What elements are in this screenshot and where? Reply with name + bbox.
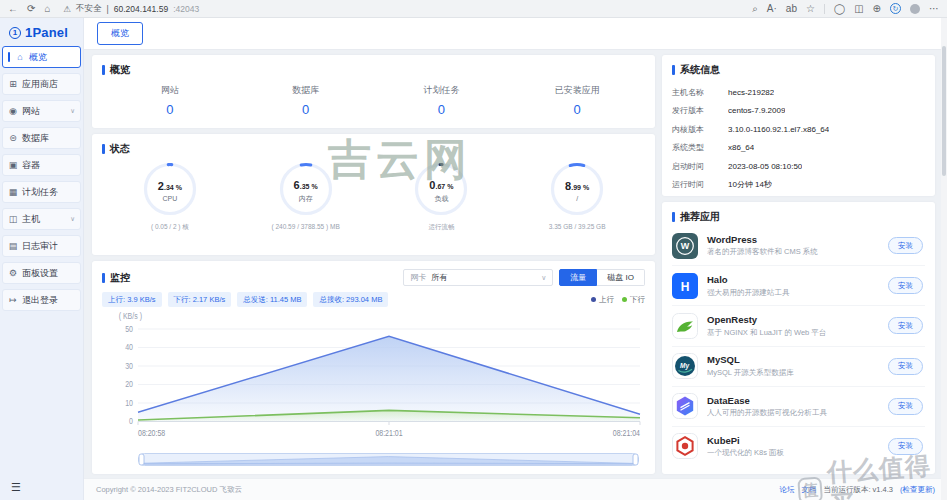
- chevron-down-icon: ∨: [70, 107, 75, 115]
- app-name[interactable]: WordPress: [707, 234, 879, 245]
- svg-text:H: H: [681, 279, 690, 293]
- home-icon[interactable]: ⌂: [44, 4, 50, 14]
- nic-select-value: 所有: [431, 272, 447, 283]
- install-button[interactable]: 安装: [888, 358, 923, 375]
- gauge-detail: 运行流畅: [428, 223, 454, 232]
- sidebar-item-logout[interactable]: ↦ 退出登录: [2, 289, 81, 311]
- appstore-icon: ⊞: [8, 79, 18, 89]
- app-name[interactable]: KubePi: [707, 435, 879, 446]
- tab-overview[interactable]: 概览: [97, 22, 143, 45]
- sidebar-item-label: 退出登录: [22, 294, 58, 307]
- back-icon[interactable]: ←: [8, 4, 18, 14]
- sidebar-item-database[interactable]: ⊜ 数据库: [2, 127, 81, 149]
- page-scrollbar[interactable]: [941, 18, 947, 500]
- app-name[interactable]: Halo: [707, 274, 879, 285]
- legend-item-上行[interactable]: 上行: [591, 295, 614, 305]
- sidebar-item-appstore[interactable]: ⊞ 应用商店: [2, 73, 81, 95]
- legend-dot-icon: [591, 297, 596, 302]
- browser-update-icon[interactable]: ↻: [890, 3, 901, 14]
- traffic-chip: 总接收: 293.04 MB: [313, 292, 388, 307]
- overview-stat: 已安装应用 0: [509, 84, 645, 117]
- monitor-title: 监控: [102, 271, 130, 285]
- system-info-row: 内核版本 3.10.0-1160.92.1.el7.x86_64: [672, 120, 925, 139]
- system-info-label: 发行版本: [672, 105, 728, 116]
- extension-icon[interactable]: ◯: [834, 4, 845, 14]
- app-description: MySQL 开源关系型数据库: [707, 368, 879, 378]
- legend-item-下行[interactable]: 下行: [622, 295, 645, 305]
- favorites-star-icon[interactable]: ☆: [806, 4, 815, 14]
- split-screen-icon[interactable]: ◫: [854, 4, 863, 14]
- svg-text:30: 30: [125, 361, 133, 371]
- svg-text:20: 20: [125, 380, 133, 390]
- svg-text:( KB/s ): ( KB/s ): [119, 312, 143, 322]
- logout-icon: ↦: [8, 295, 18, 305]
- nic-select[interactable]: 网卡 所有 ∨: [403, 269, 553, 286]
- gauge-value: 6.35 %: [294, 175, 318, 193]
- sidebar-item-host[interactable]: ◫ 主机 ∨: [2, 208, 81, 230]
- install-button[interactable]: 安装: [888, 438, 923, 455]
- install-button[interactable]: 安装: [888, 277, 923, 294]
- view-button-流量[interactable]: 流量: [559, 269, 597, 286]
- traffic-chart: 01020304050( KB/s )08:20:5808:21:0108:21…: [102, 310, 645, 450]
- footer-link-论坛[interactable]: 论坛: [779, 485, 794, 495]
- sidebar-collapse-icon[interactable]: ☰: [2, 479, 81, 496]
- svg-text:08:21:04: 08:21:04: [613, 428, 641, 438]
- chart-legend: 上行 下行: [591, 295, 645, 305]
- svg-text:08:21:01: 08:21:01: [375, 428, 402, 438]
- system-info-label: 运行时间: [672, 179, 728, 190]
- system-info-value: centos-7.9.2009: [728, 106, 785, 115]
- stat-value[interactable]: 0: [509, 102, 645, 117]
- find-icon[interactable]: ⌕: [752, 4, 758, 14]
- address-bar[interactable]: ⚠ 不安全 | 60.204.141.59:42043: [63, 3, 199, 15]
- overview-stat: 计划任务 0: [374, 84, 510, 117]
- sidebar-item-logs[interactable]: ▤ 日志审计: [2, 235, 81, 257]
- install-button[interactable]: 安装: [888, 317, 923, 334]
- stat-label: 数据库: [238, 84, 374, 97]
- sidebar: 1 1Panel ⌂ 概览 ⊞ 应用商店 ◉ 网站 ∨ ⊜ 数据库 ▣ 容器 ▦…: [0, 18, 84, 500]
- system-info-value: hecs-219282: [728, 88, 774, 97]
- sidebar-item-cronjob[interactable]: ▦ 计划任务: [2, 181, 81, 203]
- stat-label: 计划任务: [374, 84, 510, 97]
- footer: Copyright © 2014-2023 FIT2CLOUD 飞致云 论坛文档…: [84, 478, 947, 500]
- install-button[interactable]: 安装: [888, 398, 923, 415]
- app-name[interactable]: MySQL: [707, 354, 879, 365]
- scrollbar-thumb[interactable]: [942, 46, 946, 176]
- sidebar-item-label: 应用商店: [22, 78, 58, 91]
- sidebar-item-container[interactable]: ▣ 容器: [2, 154, 81, 176]
- warning-icon: ⚠: [63, 4, 71, 14]
- sidebar-item-label: 面板设置: [22, 267, 58, 280]
- 1panel-logo-icon: 1: [9, 27, 21, 39]
- app-name[interactable]: DataEase: [707, 395, 879, 406]
- stat-value[interactable]: 0: [238, 102, 374, 117]
- browser-toolbar: ← ⟳ ⌂ ⚠ 不安全 | 60.204.141.59:42043 ⌕ A· a…: [0, 0, 947, 18]
- svg-text:W: W: [681, 241, 690, 251]
- stat-value[interactable]: 0: [102, 102, 238, 117]
- app-logo[interactable]: 1 1Panel: [2, 21, 81, 46]
- check-update-link[interactable]: (检查更新): [900, 485, 935, 495]
- profile-avatar[interactable]: [910, 4, 920, 14]
- reload-icon[interactable]: ⟳: [27, 4, 35, 14]
- main-area: 概览 概览 网站 0 数据库 0 计划任务 0 已安装应用 0 状态: [84, 18, 947, 500]
- app-name[interactable]: OpenResty: [707, 314, 879, 325]
- sidebar-item-website[interactable]: ◉ 网站 ∨: [2, 100, 81, 122]
- collections-icon[interactable]: ⊕: [873, 4, 881, 14]
- gauge-label: 负载: [434, 194, 448, 204]
- sidebar-item-overview[interactable]: ⌂ 概览: [2, 46, 81, 68]
- sidebar-item-settings[interactable]: ⚙ 面板设置: [2, 262, 81, 284]
- translate-icon[interactable]: ab: [786, 4, 797, 14]
- system-info-value: 10分钟 14秒: [728, 179, 772, 190]
- footer-link-文档[interactable]: 文档: [801, 485, 816, 495]
- gauge-detail: 3.35 GB / 39.25 GB: [549, 223, 606, 230]
- read-aloud-icon[interactable]: A·: [767, 4, 777, 14]
- system-info-title: 系统信息: [672, 63, 925, 77]
- system-info-label: 主机名称: [672, 87, 728, 98]
- install-button[interactable]: 安装: [888, 237, 923, 254]
- app-description: 一个现代化的 K8s 面板: [707, 448, 879, 458]
- stat-value[interactable]: 0: [374, 102, 510, 117]
- url-host: 60.204.141.59: [114, 4, 168, 14]
- view-button-磁盘 IO[interactable]: 磁盘 IO: [597, 269, 645, 286]
- traffic-chart-svg: 01020304050( KB/s )08:20:5808:21:0108:21…: [102, 310, 645, 450]
- chart-zoom-slider[interactable]: [138, 452, 639, 465]
- more-menu-icon[interactable]: ⋯: [929, 4, 939, 14]
- page-content: 概览 网站 0 数据库 0 计划任务 0 已安装应用 0 状态 2.34 %: [84, 50, 941, 478]
